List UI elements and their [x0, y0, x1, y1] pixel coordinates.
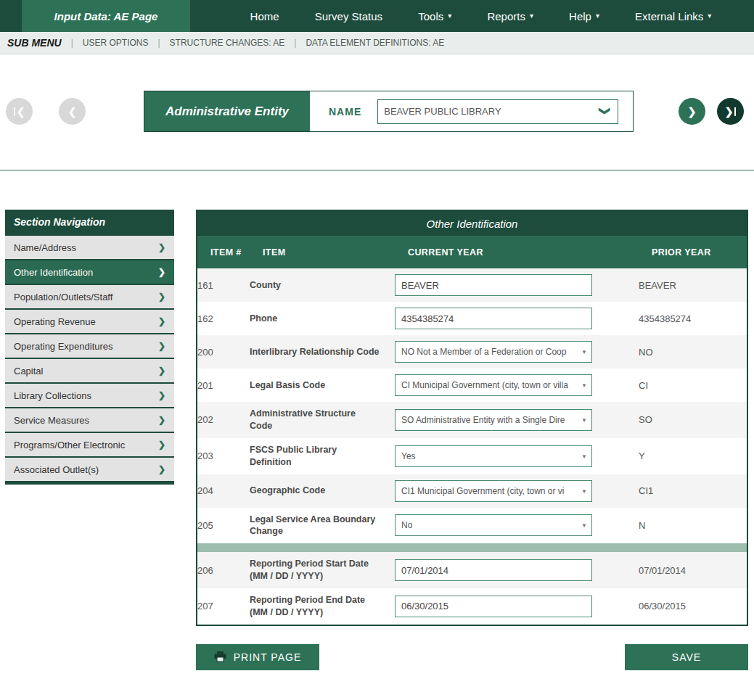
sidebar-item-label: Operating Expenditures — [14, 341, 113, 352]
reporting-period-start-date-input[interactable] — [395, 559, 592, 581]
current-year-cell: CI Municipal Government (city, town or v… — [395, 374, 592, 396]
entity-name-select-wrap: BEAVER PUBLIC LIBRARY ❯ — [377, 99, 618, 124]
chevron-right-icon: ❯ — [158, 440, 165, 450]
name-label: NAME — [329, 106, 361, 118]
entity-name-select[interactable]: BEAVER PUBLIC LIBRARY — [377, 99, 618, 124]
prior-year-value: Y — [639, 450, 747, 461]
current-year-cell: No ▼ — [395, 514, 592, 536]
next-record-button[interactable]: ❯ — [679, 98, 705, 125]
main-content: Section Navigation Name/Address ❯ Other … — [5, 210, 748, 626]
menu-item-external-links[interactable]: External Links ▾ — [635, 10, 711, 22]
caret-down-icon: ▾ — [708, 12, 711, 20]
last-record-icon — [734, 107, 736, 116]
chevron-right-icon: ❯ — [158, 316, 165, 326]
fscs-definition-select[interactable]: Yes — [395, 445, 592, 467]
current-year-cell: Yes ▼ — [395, 445, 592, 467]
chevron-right-icon: ❯ — [158, 366, 165, 376]
item-label: Geographic Code — [250, 485, 395, 497]
prior-year-value: 07/01/2014 — [639, 565, 747, 576]
menu-item-home[interactable]: Home — [250, 10, 279, 22]
table-row: 200 Interlibrary Relationship Code NO No… — [197, 335, 747, 368]
sidebar-item-label: Service Measures — [14, 415, 89, 426]
item-label: County — [250, 279, 395, 292]
topnav-active-item[interactable]: Input Data: AE Page — [22, 0, 190, 32]
sidebar-item-programs-other-electronic[interactable]: Programs/Other Electronic ❯ — [5, 432, 174, 456]
table-row: 201 Legal Basis Code CI Municipal Govern… — [197, 368, 747, 402]
chevron-right-icon: ❯ — [158, 242, 165, 252]
chevron-right-icon: ❯ — [158, 415, 165, 425]
sidebar-item-operating-expenditures[interactable]: Operating Expenditures ❯ — [5, 333, 174, 358]
chevron-right-icon: ❯ — [158, 292, 165, 302]
caret-down-icon: ▾ — [530, 12, 533, 20]
sidebar-item-label: Name/Address — [14, 242, 76, 253]
table-row: 161 County BEAVER — [197, 268, 747, 302]
prior-year-value: NO — [639, 347, 747, 358]
column-header-prior-year: PRIOR YEAR — [652, 247, 747, 258]
print-page-button[interactable]: PRINT PAGE — [196, 644, 319, 670]
prior-year-value: 4354385274 — [639, 313, 747, 324]
menu-item-reports[interactable]: Reports ▾ — [487, 10, 533, 22]
legal-basis-select[interactable]: CI Municipal Government (city, town or v… — [395, 374, 592, 396]
chevron-right-icon: ❯ — [158, 390, 165, 400]
item-label: Legal Basis Code — [250, 379, 395, 392]
county-input[interactable] — [395, 274, 592, 296]
sidebar-item-label: Associated Outlet(s) — [14, 464, 99, 475]
boundary-change-select[interactable]: No — [395, 514, 592, 536]
sidebar-item-capital[interactable]: Capital ❯ — [5, 358, 174, 382]
sidebar-item-other-identification[interactable]: Other Identification ❯ — [5, 259, 174, 284]
item-label: FSCS Public Library Definition — [250, 444, 395, 469]
chevron-right-icon: ❯ — [158, 464, 165, 474]
menu-item-help[interactable]: Help ▾ — [569, 10, 599, 22]
column-header-item-number: ITEM # — [210, 247, 263, 258]
submenu-item-data-element-definitions[interactable]: DATA ELEMENT DEFINITIONS: AE — [306, 38, 444, 48]
item-number: 162 — [197, 313, 250, 324]
footer-actions: PRINT PAGE SAVE — [196, 644, 748, 670]
chevron-right-icon: ❯ — [725, 106, 734, 118]
table-row: 162 Phone 4354385274 — [197, 302, 747, 335]
section-divider — [0, 170, 754, 170]
menu-item-survey-status[interactable]: Survey Status — [315, 10, 382, 22]
item-label: Phone — [250, 313, 395, 325]
column-header-current-year: CURRENT YEAR — [408, 247, 652, 258]
item-number: 205 — [197, 520, 250, 531]
submenu-item-structure-changes[interactable]: STRUCTURE CHANGES: AE — [170, 38, 285, 48]
sidebar-item-associated-outlets[interactable]: Associated Outlet(s) ❯ — [5, 456, 174, 481]
other-identification-panel: Other Identification ITEM # ITEM CURRENT… — [196, 210, 748, 626]
geographic-code-select[interactable]: CI1 Municipal Government (city, town or … — [395, 480, 592, 502]
menu-item-tools[interactable]: Tools ▾ — [418, 10, 451, 22]
prior-year-value: CI1 — [639, 485, 747, 496]
item-label: Reporting Period Start Date (MM / DD / Y… — [250, 558, 395, 582]
last-record-button[interactable]: ❯ — [717, 98, 744, 125]
sidebar-item-operating-revenue[interactable]: Operating Revenue ❯ — [5, 308, 174, 333]
administrative-structure-select[interactable]: SO Administrative Entity with a Single D… — [395, 409, 592, 431]
previous-record-button[interactable]: ❮ — [59, 98, 86, 125]
item-label: Legal Service Area Boundary Change — [250, 514, 395, 538]
caret-down-icon: ▾ — [448, 12, 451, 20]
item-number: 206 — [197, 565, 250, 576]
table-row: 205 Legal Service Area Boundary Change N… — [197, 508, 747, 544]
table-row: 207 Reporting Period End Date (MM / DD /… — [197, 588, 747, 625]
menu-item-label: Survey Status — [315, 10, 382, 22]
sidebar-item-label: Capital — [14, 366, 43, 376]
entity-selector-box: Administrative Entity NAME BEAVER PUBLIC… — [144, 91, 634, 132]
first-record-button[interactable]: ❮ — [6, 98, 33, 125]
phone-input[interactable] — [395, 308, 592, 329]
item-label: Reporting Period End Date (MM / DD / YYY… — [250, 594, 395, 619]
item-number: 200 — [197, 347, 250, 358]
panel-title: Other Identification — [197, 211, 747, 236]
item-number: 204 — [197, 485, 250, 496]
save-button[interactable]: SAVE — [625, 644, 748, 670]
current-year-cell: NO Not a Member of a Federation or Coop … — [395, 341, 592, 363]
sidebar-item-library-collections[interactable]: Library Collections ❯ — [5, 382, 174, 407]
interlibrary-relationship-select[interactable]: NO Not a Member of a Federation or Coop — [395, 341, 592, 363]
sidebar-item-service-measures[interactable]: Service Measures ❯ — [5, 407, 174, 432]
prior-year-value: BEAVER — [639, 280, 747, 291]
sidebar-item-name-address[interactable]: Name/Address ❯ — [5, 234, 174, 259]
prior-year-value: N — [639, 520, 747, 531]
sidebar-item-population-outlets-staff[interactable]: Population/Outlets/Staff ❯ — [5, 284, 174, 308]
chevron-left-icon: ❮ — [68, 106, 77, 118]
reporting-period-end-date-input[interactable] — [395, 596, 592, 617]
prior-year-value: 06/30/2015 — [639, 601, 747, 612]
top-nav: Input Data: AE Page Home Survey Status T… — [0, 0, 754, 32]
submenu-item-user-options[interactable]: USER OPTIONS — [83, 38, 149, 48]
